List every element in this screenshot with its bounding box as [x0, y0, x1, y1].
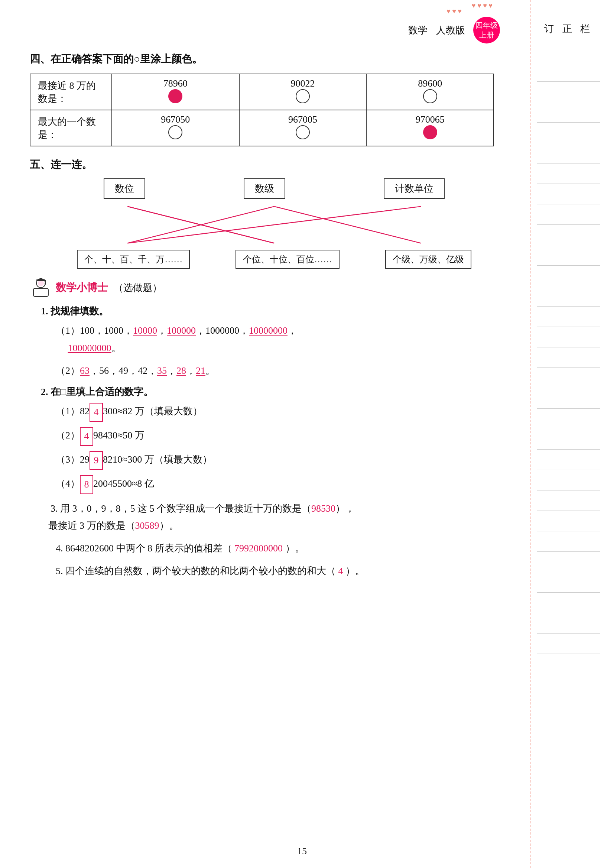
filled-circle [168, 89, 183, 103]
connect-lines-area [54, 203, 494, 250]
empty-circle [296, 89, 310, 103]
correction-line [537, 61, 600, 82]
correction-line [537, 307, 600, 327]
connect-box-place-names: 个位、十位、百位…… [235, 250, 339, 269]
correction-column: 订 正 栏 [530, 0, 604, 868]
correction-line [537, 266, 600, 286]
section4: 四、在正确答案下面的○里涂上颜色。 最接近 8 万的数是： 78960 9002… [30, 52, 519, 146]
answer-98530: 98530 [311, 503, 335, 514]
correction-line [537, 102, 600, 122]
cell-970065: 970065 [366, 110, 494, 146]
empty-circle [168, 125, 183, 140]
correction-line [537, 163, 600, 184]
correction-line [537, 490, 600, 511]
correction-line [537, 409, 600, 429]
answer-21: 21 [196, 365, 205, 376]
svg-line-3 [274, 206, 421, 243]
correction-line [537, 388, 600, 409]
problem5: 5. 四个连续的自然数，两个较大的数的和比两个较小的数的和大（ 4 ）。 [56, 563, 519, 580]
svg-line-4 [127, 206, 421, 243]
correction-line [537, 327, 600, 347]
problem1-2: （2）63，56，49，42，35，28，21。 [56, 362, 519, 380]
problem2-3: （3）2998210≈300 万（填最大数） [56, 451, 519, 470]
cell-967005: 967005 [239, 110, 367, 146]
correction-line [537, 41, 600, 61]
main-content: 四、在正确答案下面的○里涂上颜色。 最接近 8 万的数是： 78960 9002… [22, 11, 526, 585]
cell-78960: 78960 [112, 74, 239, 110]
answer-35: 35 [157, 365, 167, 376]
correction-line [537, 470, 600, 490]
connect-top-boxes: 数位 数级 计数单位 [54, 178, 494, 199]
answer-63: 63 [80, 365, 90, 376]
connect-box-counting-unit: 计数单位 [384, 178, 444, 199]
problem2-num: 2. 在□里填上合适的数字。 [41, 385, 519, 398]
box-4: 4 [90, 403, 103, 422]
connect-bottom-boxes: 个、十、百、千、万…… 个位、十位、百位…… 个级、万级、亿级 [54, 250, 494, 269]
answer-28: 28 [177, 365, 186, 376]
problems: 1. 找规律填数。 （1）100，1000，10000，100000，10000… [41, 305, 519, 580]
answer-table: 最接近 8 万的数是： 78960 90022 89600 最 [30, 74, 494, 146]
doctor-section: 数学小博士 （选做题） 1. 找规律填数。 （1）100，1000，10000，… [30, 276, 519, 580]
doctor-header: 数学小博士 （选做题） [30, 276, 519, 299]
answer-4: 4 [338, 566, 343, 576]
correction-line [537, 225, 600, 245]
correction-line [537, 184, 600, 205]
correction-line [537, 511, 600, 532]
page-number: 15 [297, 846, 307, 857]
correction-line [537, 143, 600, 163]
section4-title: 四、在正确答案下面的○里涂上颜色。 [30, 52, 519, 66]
correction-line [537, 572, 600, 593]
svg-point-11 [45, 283, 46, 285]
cell-90022: 90022 [239, 74, 367, 110]
correction-line [537, 634, 600, 654]
problem2-2: （2）498430≈50 万 [56, 427, 519, 446]
connect-box-level-names: 个级、万级、亿级 [385, 250, 471, 269]
row2-label: 最大的一个数是： [30, 110, 112, 146]
correction-line [537, 450, 600, 470]
box-4b: 4 [80, 427, 93, 446]
problem1-1: （1）100，1000，10000，100000，1000000，1000000… [56, 322, 519, 357]
connect-box-digit-level: 数级 [244, 178, 285, 199]
svg-point-7 [38, 280, 44, 286]
empty-circle [296, 125, 310, 140]
section5: 五、连一连。 数位 数级 计数单位 [30, 158, 519, 269]
row1-label: 最接近 8 万的数是： [30, 74, 112, 110]
correction-title: 订 正 栏 [544, 22, 593, 35]
correction-line [537, 205, 600, 225]
correction-line [537, 82, 600, 102]
connect-svg [54, 203, 494, 247]
problem4: 4. 8648202600 中两个 8 所表示的值相差（ 7992000000 … [56, 540, 519, 557]
correction-line [537, 122, 600, 143]
cell-967050: 967050 [112, 110, 239, 146]
answer-30589: 30589 [135, 520, 160, 531]
correction-line [537, 532, 600, 552]
correction-lines [537, 41, 600, 654]
svg-rect-6 [33, 288, 48, 296]
connect-box-individual-digits: 个、十、百、千、万…… [77, 250, 190, 269]
doctor-subtitle: （选做题） [114, 281, 162, 294]
box-8: 8 [80, 475, 93, 494]
empty-circle [423, 89, 437, 103]
answer-100000: 100000 [167, 325, 196, 336]
section5-title: 五、连一连。 [30, 158, 519, 172]
answer-100000000: 100000000 [68, 343, 112, 353]
answer-7992000000: 7992000000 [234, 543, 283, 553]
page-container: ♥ ♥ ♥ ♥ ♥ ♥ ♥ 数学 人教版 四年级 上册 订 正 栏 [0, 0, 604, 868]
table-row: 最大的一个数是： 967050 967005 970065 [30, 110, 494, 146]
problem2-1: （1）824300≈82 万（填最大数） [56, 403, 519, 422]
correction-line [537, 347, 600, 368]
answer-10000: 10000 [133, 325, 157, 336]
table-row: 最接近 8 万的数是： 78960 90022 89600 [30, 74, 494, 110]
correction-line [537, 552, 600, 572]
correction-line [537, 593, 600, 613]
correction-line [537, 613, 600, 634]
box-9: 9 [90, 451, 103, 470]
problem3: 3. 用 3，0，9，8，5 这 5 个数字组成一个最接近十万的数是（98530… [41, 500, 519, 535]
connect-box-digit-place: 数位 [104, 178, 145, 199]
cell-89600: 89600 [366, 74, 494, 110]
doctor-title: 数学小博士 [56, 281, 108, 294]
correction-line [537, 245, 600, 266]
filled-circle [423, 125, 437, 140]
problem2-4: （4）820045500≈8 亿 [56, 475, 519, 494]
doctor-icon [30, 276, 52, 299]
